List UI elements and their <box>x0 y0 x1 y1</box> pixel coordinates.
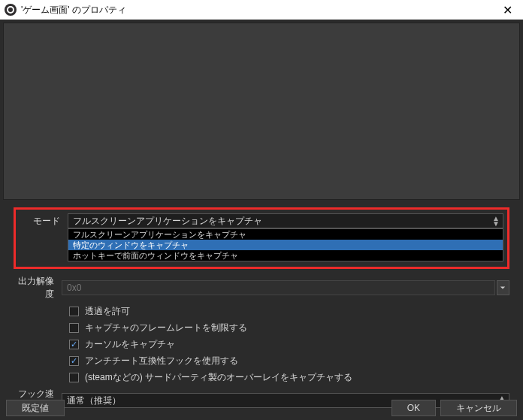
mode-option-fullscreen[interactable]: フルスクリーンアプリケーションをキャプチャ <box>68 229 503 240</box>
mode-label: モード <box>20 215 68 228</box>
resolution-dropdown-button[interactable] <box>497 280 509 295</box>
checkbox-limit-fps[interactable] <box>69 323 79 333</box>
label-overlay: (steamなどの) サードパーティ製のオーバーレイをキャプチャする <box>85 371 352 384</box>
window-title: 'ゲーム画面' のプロパティ <box>21 4 497 17</box>
resolution-label: 出力解像度 <box>14 275 62 301</box>
footer: 既定値 OK キャンセル <box>0 400 523 416</box>
cancel-button[interactable]: キャンセル <box>440 400 517 416</box>
mode-option-window[interactable]: 特定のウィンドウをキャプチャ <box>68 240 503 250</box>
mode-highlight: モード フルスクリーンアプリケーションをキャプチャ ▲▼ フルスクリーンアプリケ… <box>14 207 509 269</box>
mode-dropdown[interactable]: フルスクリーンアプリケーションをキャプチャ ▲▼ <box>68 213 503 228</box>
checkbox-anticheat[interactable] <box>69 356 79 366</box>
dropdown-spinner-icon: ▲▼ <box>492 216 500 226</box>
titlebar: 'ゲーム画面' のプロパティ ✕ <box>0 0 523 20</box>
label-cursor: カーソルをキャプチャ <box>85 338 175 351</box>
mode-dropdown-list: フルスクリーンアプリケーションをキャプチャ 特定のウィンドウをキャプチャ ホット… <box>68 228 503 261</box>
preview-area <box>3 23 520 200</box>
checkbox-transparency[interactable] <box>69 307 79 316</box>
checkbox-overlay[interactable] <box>69 373 79 382</box>
ok-button[interactable]: OK <box>391 400 436 416</box>
label-anticheat: アンチチート互換性フックを使用する <box>85 355 238 367</box>
chevron-down-icon <box>500 285 506 291</box>
obs-icon <box>5 4 17 16</box>
resolution-input[interactable]: 0x0 <box>62 280 495 295</box>
mode-selected: フルスクリーンアプリケーションをキャプチャ <box>73 216 262 226</box>
label-transparency: 透過を許可 <box>85 305 130 318</box>
label-limit-fps: キャプチャのフレームレートを制限する <box>85 322 247 334</box>
mode-option-hotkey[interactable]: ホットキーで前面のウィンドウをキャプチャ <box>68 250 503 261</box>
defaults-button[interactable]: 既定値 <box>6 400 65 416</box>
checkbox-cursor[interactable] <box>69 340 79 349</box>
close-icon[interactable]: ✕ <box>497 3 518 17</box>
